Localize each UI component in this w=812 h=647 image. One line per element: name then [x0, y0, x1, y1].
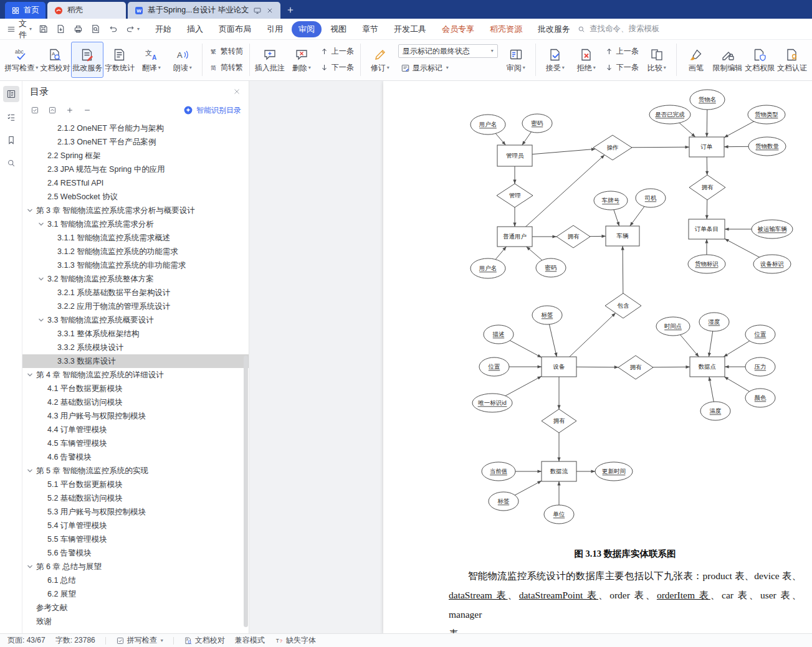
monitor-icon[interactable] — [253, 6, 262, 15]
toc-item[interactable]: 4.1 平台数据更新模块 — [22, 382, 249, 395]
sidebar-item-toc[interactable] — [3, 86, 19, 102]
toc-item[interactable]: 5.3 用户账号与权限控制模块 — [22, 505, 249, 519]
next-change-button[interactable]: 下一条 — [602, 61, 641, 75]
toc-item[interactable]: 2.1.3 OneNET 平台产品案例 — [22, 135, 249, 149]
toc-item[interactable]: 4.4 订单管理模块 — [22, 423, 249, 437]
reject-button[interactable]: 拒绝▾ — [571, 42, 602, 78]
ink-button[interactable]: 画笔 — [681, 42, 712, 78]
print-preview-button[interactable] — [90, 24, 101, 34]
read-aloud-button[interactable]: A朗读▾ — [167, 42, 198, 78]
toc-item[interactable]: 3.1.2 智能物流监控系统的功能需求 — [22, 245, 249, 258]
toc-item[interactable]: 5.1 平台数据更新模块 — [22, 478, 249, 491]
translate-button[interactable]: 文A翻译▾ — [136, 42, 167, 78]
toc-item[interactable]: 3.2 智能物流监控系统整体方案 — [22, 272, 249, 286]
menu-tab-start[interactable]: 开始 — [148, 21, 178, 37]
menu-tab-reference[interactable]: 引用 — [260, 21, 290, 37]
toc-item[interactable]: 6.2 展望 — [22, 587, 249, 601]
menu-tab-view[interactable]: 视图 — [323, 21, 353, 37]
toc-item[interactable]: 5.5 车辆管理模块 — [22, 532, 249, 546]
next-comment-button[interactable]: 下一条 — [317, 61, 356, 75]
toc-item[interactable]: 6.1 总结 — [22, 574, 249, 587]
undo-button[interactable] — [108, 24, 118, 34]
print-button[interactable] — [73, 24, 84, 34]
toc-item[interactable]: 2.3 JPA 规范与在 Spring 中的应用 — [22, 163, 249, 176]
prev-change-button[interactable]: 上一条 — [602, 45, 641, 59]
show-markup-state-combobox[interactable]: 显示标记的最终状态▾ — [398, 44, 498, 58]
restrict-edit-button[interactable]: 限制编辑 — [712, 42, 744, 78]
toc-item[interactable]: 2.1.2 OneNET 平台能力与架构 — [22, 121, 249, 135]
toc-item[interactable]: 3.3.1 整体系统框架结构 — [22, 327, 249, 341]
toc-item[interactable]: 第 4 章 智能物流监控系统的详细设计 — [22, 368, 249, 382]
prev-comment-button[interactable]: 上一条 — [317, 45, 356, 59]
chevron-down-icon[interactable] — [26, 371, 34, 379]
toc-font-increase-button[interactable] — [65, 105, 75, 115]
toc-scrollbar-thumb[interactable] — [244, 356, 248, 627]
smart-toc-button[interactable]: 智能识别目录 — [183, 105, 241, 116]
main-menu-button[interactable] — [6, 22, 16, 37]
toc-item[interactable]: 2.4 RESTful API — [22, 176, 249, 190]
toc-item[interactable]: 3.3.2 系统模块设计 — [22, 341, 249, 354]
toc-item[interactable]: 3.3.3 数据库设计 — [22, 354, 249, 368]
menu-tab-grading-service[interactable]: 批改服务 — [531, 21, 577, 37]
save-button[interactable] — [38, 24, 49, 34]
insert-comment-button[interactable]: 插入批注 — [254, 42, 286, 78]
toc-item[interactable]: 3.2.1 系统基础数据平台架构设计 — [22, 286, 249, 300]
word-count-button[interactable]: 字数统计 — [103, 42, 136, 78]
toc-item[interactable]: 5.2 基础数据访问模块 — [22, 491, 249, 505]
status-word-count[interactable]: 字数: 23786 — [55, 635, 95, 646]
toc-item[interactable]: 3.1.1 智能物流监控系统需求概述 — [22, 231, 249, 245]
chevron-down-icon[interactable] — [26, 207, 34, 214]
status-proofread[interactable]: A 文档校对 — [184, 635, 225, 646]
accept-button[interactable]: 接受▾ — [540, 42, 571, 78]
toc-item[interactable]: 4.5 车辆管理模块 — [22, 437, 249, 450]
toc-item[interactable]: 致谢 — [22, 615, 249, 628]
export-pdf-button[interactable] — [55, 24, 66, 34]
toc-item[interactable]: 2.5 WebSocket 协议 — [22, 190, 249, 204]
status-spellcheck[interactable]: 拼写检查 ▾ — [116, 635, 163, 646]
document-page[interactable]: 管理员订单普通用户车辆订单条目设备数据点数据流操作管理拥有拥有包含拥有拥有用户名… — [383, 81, 812, 633]
chevron-down-icon[interactable] — [26, 467, 34, 475]
menu-tab-dev-tools[interactable]: 开发工具 — [387, 21, 433, 37]
status-missing-font[interactable]: T? 缺失字体 — [275, 635, 316, 646]
toc-scrollbar[interactable] — [243, 120, 248, 632]
toc-item[interactable]: 5.6 告警模块 — [22, 546, 249, 560]
track-changes-button[interactable]: 修订▾ — [365, 42, 396, 78]
close-tab-icon[interactable] — [265, 6, 274, 15]
menu-tab-member[interactable]: 会员专享 — [435, 21, 481, 37]
toc-item[interactable]: 4.3 用户账号与权限控制模块 — [22, 409, 249, 423]
menu-tab-section[interactable]: 章节 — [355, 21, 385, 37]
tab-docer[interactable]: 稻壳 — [47, 2, 126, 19]
status-page[interactable]: 页面: 43/67 — [7, 635, 45, 646]
spell-check-button[interactable]: abc拼写检查▾ — [4, 42, 39, 78]
toc-item[interactable]: 3.1.3 智能物流监控系统的非功能需求 — [22, 258, 249, 272]
menu-tab-insert[interactable]: 插入 — [180, 21, 210, 37]
compare-button[interactable]: 比较▾ — [641, 42, 672, 78]
chevron-down-icon[interactable] — [37, 220, 45, 228]
doc-certify-button[interactable]: 文档认证 — [776, 42, 808, 78]
menu-tab-docer-resource[interactable]: 稻壳资源 — [483, 21, 529, 37]
toc-item[interactable]: 3.3 智能物流监控系统概要设计 — [22, 313, 249, 327]
chevron-down-icon[interactable] — [37, 275, 45, 283]
proofread-button[interactable]: A文档校对 — [39, 42, 72, 78]
trad-to-simp-button[interactable]: 繁繁转简 — [206, 45, 246, 59]
toc-item[interactable]: 4.2 基础数据访问模块 — [22, 395, 249, 409]
chevron-down-icon[interactable] — [37, 316, 45, 324]
sidebar-item-bookmark[interactable] — [3, 132, 19, 148]
sidebar-item-search[interactable] — [3, 155, 19, 171]
toc-close-icon[interactable] — [232, 87, 241, 96]
toc-collapse-button[interactable] — [47, 105, 57, 115]
delete-comment-button[interactable]: 删除▾ — [286, 42, 317, 78]
status-compat-mode[interactable]: 兼容模式 — [235, 635, 265, 646]
toc-font-decrease-button[interactable] — [82, 105, 92, 115]
toc-item[interactable]: 3.2.2 应用于物流的管理系统设计 — [22, 300, 249, 313]
redo-button[interactable]: ▾ — [125, 24, 140, 34]
toc-item[interactable]: 第 6 章 总结与展望 — [22, 560, 249, 574]
toc-item[interactable]: 3.1 智能物流监控系统需求分析 — [22, 217, 249, 231]
menu-tab-review[interactable]: 审阅 — [292, 21, 322, 37]
simp-to-trad-button[interactable]: 简简转繁 — [206, 61, 246, 75]
toc-item[interactable]: 第 5 章 智能物流监控系统的实现 — [22, 464, 249, 478]
chevron-down-icon[interactable] — [26, 563, 34, 570]
command-search[interactable]: 查找命令、搜索模板 — [577, 24, 660, 34]
toc-select-button[interactable] — [30, 105, 40, 115]
toc-item[interactable]: 4.6 告警模块 — [22, 450, 249, 464]
